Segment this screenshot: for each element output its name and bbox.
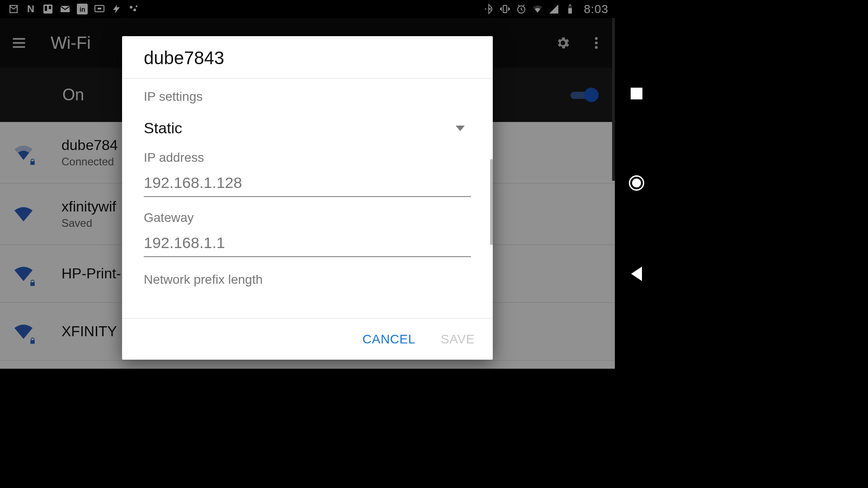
wifi-signal-icon: [13, 203, 34, 225]
gateway-input[interactable]: [144, 234, 471, 257]
ip-settings-select[interactable]: Static: [144, 119, 471, 137]
wifi-signal-icon: [13, 142, 34, 164]
chevron-down-icon: [456, 126, 465, 131]
svg-point-11: [491, 9, 493, 10]
wifi-status: Saved: [61, 217, 116, 230]
dialog-actions: CANCEL SAVE: [122, 318, 493, 360]
svg-text:in: in: [80, 6, 85, 13]
hamburger-icon[interactable]: [11, 35, 27, 51]
dialog-scrollbar[interactable]: [490, 159, 493, 245]
phone-screen: N in 8:03 Wi-Fi On: [0, 0, 615, 369]
dialog-body: IP settings Static IP address Gateway Ne…: [122, 79, 493, 318]
trello-icon: [42, 4, 53, 14]
svg-rect-1: [45, 6, 47, 11]
system-nav-bar: [615, 0, 658, 369]
lock-icon: [29, 337, 36, 344]
nav-recents-button[interactable]: [631, 88, 642, 99]
svg-point-9: [136, 5, 137, 7]
wifi-ssid: HP-Print-: [61, 265, 121, 282]
ip-address-input[interactable]: [144, 174, 471, 197]
battery-icon: [565, 4, 576, 14]
page-title: Wi-Fi: [51, 33, 91, 53]
svg-rect-15: [568, 8, 572, 14]
cast-icon: [94, 4, 105, 14]
svg-rect-2: [49, 6, 51, 9]
lock-icon: [29, 279, 36, 286]
svg-point-19: [595, 46, 598, 49]
nav-home-button[interactable]: [629, 175, 644, 191]
svg-rect-6: [98, 8, 101, 9]
svg-point-10: [485, 9, 486, 10]
mail-icon: [60, 4, 71, 14]
gear-icon[interactable]: [555, 35, 571, 51]
wifi-status-icon: [532, 4, 543, 14]
wifi-ssid: XFINITY: [61, 323, 117, 340]
alarm-icon: [516, 4, 527, 14]
cancel-button[interactable]: CANCEL: [359, 328, 419, 351]
cell-signal-icon: [548, 4, 559, 14]
ip-settings-value: Static: [144, 119, 182, 137]
network-config-dialog: dube7843 IP settings Static IP address G…: [122, 36, 493, 360]
dialog-title: dube7843: [122, 36, 493, 79]
lock-icon: [29, 158, 36, 165]
svg-point-17: [595, 37, 598, 40]
bluetooth-icon: [483, 4, 494, 14]
svg-rect-16: [569, 5, 571, 5]
svg-rect-12: [503, 5, 507, 13]
linkedin-icon: in: [77, 4, 88, 14]
wifi-toggle-label: On: [62, 85, 84, 104]
nav-back-button[interactable]: [631, 267, 642, 281]
ip-settings-label: IP settings: [144, 89, 471, 104]
ip-address-label: IP address: [144, 150, 471, 165]
gateway-label: Gateway: [144, 211, 471, 225]
netflix-icon: N: [25, 4, 36, 14]
status-clock: 8:03: [584, 2, 609, 16]
wifi-signal-icon: [13, 321, 34, 343]
gmail-icon: [8, 4, 19, 14]
wifi-status: Connected: [61, 155, 118, 168]
vibrate-icon: [500, 4, 510, 14]
wifi-ssid: dube784: [61, 137, 118, 154]
svg-point-7: [130, 6, 132, 9]
kebab-icon[interactable]: [589, 35, 604, 51]
wifi-signal-icon: [13, 263, 34, 285]
svg-point-18: [595, 42, 598, 44]
flash-icon: [111, 4, 122, 14]
more-icon: [128, 4, 139, 14]
wifi-toggle-switch[interactable]: [571, 86, 602, 104]
wifi-ssid: xfinitywif: [61, 198, 116, 215]
status-bar: N in 8:03: [0, 0, 615, 18]
svg-point-8: [133, 9, 136, 11]
prefix-length-label: Network prefix length: [144, 272, 471, 287]
save-button[interactable]: SAVE: [437, 328, 478, 351]
